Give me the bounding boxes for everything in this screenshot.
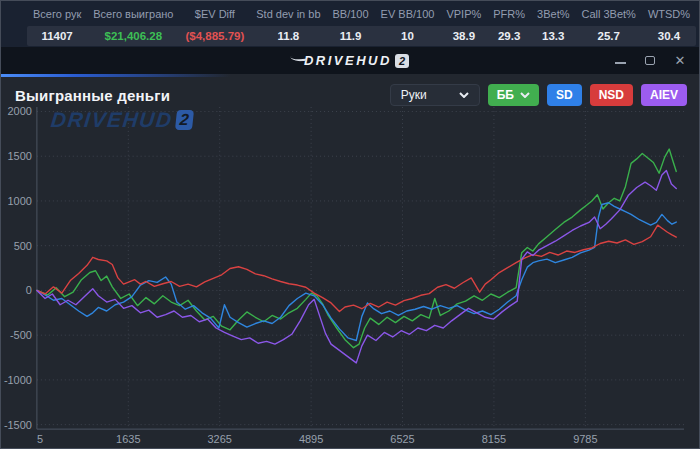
chevron-down-icon bbox=[520, 92, 530, 98]
stat-wtsd: WTSD% 30.4 bbox=[642, 1, 696, 47]
x-tick-label: 5 bbox=[37, 433, 43, 445]
stat-value: 10 bbox=[401, 26, 414, 46]
y-tick-label: -500 bbox=[10, 329, 32, 341]
stat-value: 11.8 bbox=[278, 26, 300, 46]
stat-label: Всего рук bbox=[33, 1, 81, 26]
x-tick-label: 8155 bbox=[482, 433, 506, 445]
window-controls: ✕ bbox=[613, 47, 687, 74]
stat-bb100: BB/100 11.9 bbox=[327, 1, 375, 47]
y-tick-label: 2000 bbox=[8, 107, 32, 117]
stat-label: Всего выиграно bbox=[93, 1, 173, 26]
y-tick-label: -1500 bbox=[4, 419, 32, 431]
hands-dropdown[interactable]: Руки bbox=[390, 84, 480, 106]
stat-label: Call 3Bet% bbox=[581, 1, 635, 26]
logo-badge: 2 bbox=[395, 54, 409, 68]
toggle-bb-button[interactable]: ББ bbox=[488, 84, 539, 106]
title-bar[interactable]: DRIVEHUD 2 ✕ bbox=[1, 47, 699, 74]
hands-dropdown-value: Руки bbox=[401, 88, 427, 102]
close-button[interactable]: ✕ bbox=[673, 53, 687, 69]
stat-ev-diff: $EV Diff ($4,885.79) bbox=[179, 1, 250, 47]
toggle-sd-button[interactable]: SD bbox=[547, 84, 582, 106]
series-line-AIEV bbox=[37, 171, 676, 363]
drivehud-logo: DRIVEHUD 2 bbox=[291, 53, 409, 68]
x-tick-label: 4895 bbox=[299, 433, 323, 445]
stat-label: Std dev in bb bbox=[256, 1, 320, 26]
y-tick-label: 0 bbox=[26, 284, 32, 296]
stat-label: EV BB/100 bbox=[381, 1, 435, 26]
stat-label: BB/100 bbox=[333, 1, 369, 26]
toggle-aiev-button[interactable]: AIEV bbox=[641, 84, 687, 106]
stat-std-dev: Std dev in bb 11.8 bbox=[250, 1, 326, 47]
x-tick-label: 9785 bbox=[573, 433, 597, 445]
stats-row: Всего рук 11407 Всего выиграно $21,406.2… bbox=[1, 1, 699, 47]
stat-ev-bb100: EV BB/100 10 bbox=[375, 1, 441, 47]
content-panel: Выигранные деньги Руки ББ SD NSD AIEV bbox=[1, 74, 699, 448]
stat-label: PFR% bbox=[493, 1, 525, 26]
y-tick-label: 500 bbox=[14, 240, 32, 252]
stat-value: 38.9 bbox=[453, 26, 475, 46]
x-tick-label: 1635 bbox=[116, 433, 140, 445]
stat-call-3bet: Call 3Bet% 25.7 bbox=[575, 1, 641, 47]
stat-value: 30.4 bbox=[658, 26, 680, 46]
toggle-sd-label: SD bbox=[556, 88, 573, 102]
logo-text: DRIVEHUD bbox=[304, 53, 392, 68]
stat-value: 11407 bbox=[41, 26, 72, 46]
chevron-down-icon bbox=[459, 92, 469, 98]
stat-wsd: W$SD 51.5 bbox=[696, 1, 700, 47]
chart-canvas[interactable]: 2000150010005000-500-1000-15005163532654… bbox=[1, 107, 699, 448]
app-window: Всего рук 11407 Всего выиграно $21,406.2… bbox=[0, 0, 700, 449]
stat-label: 3Bet% bbox=[537, 1, 569, 26]
toggle-aiev-label: AIEV bbox=[650, 88, 678, 102]
stat-value: 29.3 bbox=[498, 26, 520, 46]
x-tick-label: 3265 bbox=[208, 433, 232, 445]
toggle-nsd-button[interactable]: NSD bbox=[590, 84, 633, 106]
chart-controls: Руки ББ SD NSD AIEV bbox=[390, 84, 687, 106]
minimize-icon bbox=[615, 62, 626, 64]
stat-3bet: 3Bet% 13.3 bbox=[531, 1, 575, 47]
chart-header: Выигранные деньги Руки ББ SD NSD AIEV bbox=[1, 74, 699, 107]
maximize-icon bbox=[645, 56, 655, 65]
winnings-chart[interactable]: DRIVEHUD 2 2000150010005000-500-1000-150… bbox=[1, 107, 699, 448]
series-line-ББ bbox=[37, 149, 676, 348]
stat-value: $21,406.28 bbox=[105, 26, 163, 46]
y-tick-label: 1000 bbox=[8, 195, 32, 207]
stat-value: ($4,885.79) bbox=[185, 26, 244, 46]
series-line-SD bbox=[37, 203, 676, 341]
stat-total-won: Всего выиграно $21,406.28 bbox=[87, 1, 179, 47]
maximize-button[interactable] bbox=[643, 53, 657, 69]
stat-value: 13.3 bbox=[542, 26, 564, 46]
y-tick-label: -1000 bbox=[4, 374, 32, 386]
stat-value: 25.7 bbox=[598, 26, 620, 46]
x-tick-label: 6525 bbox=[390, 433, 414, 445]
stat-vpip: VPIP% 38.9 bbox=[440, 1, 487, 47]
toggle-bb-label: ББ bbox=[497, 88, 514, 102]
stat-label: $EV Diff bbox=[195, 1, 235, 26]
stats-bar: Всего рук 11407 Всего выиграно $21,406.2… bbox=[1, 1, 699, 47]
toggle-nsd-label: NSD bbox=[599, 88, 624, 102]
minimize-button[interactable] bbox=[613, 53, 627, 69]
page-title: Выигранные деньги bbox=[15, 87, 170, 104]
stat-pfr: PFR% 29.3 bbox=[487, 1, 531, 47]
y-tick-label: 1500 bbox=[8, 150, 32, 162]
stat-total-hands: Всего рук 11407 bbox=[27, 1, 87, 47]
accent-line bbox=[1, 74, 251, 77]
stat-label: WTSD% bbox=[648, 1, 690, 26]
stat-label: VPIP% bbox=[446, 1, 481, 26]
stat-value: 11.9 bbox=[340, 26, 362, 46]
